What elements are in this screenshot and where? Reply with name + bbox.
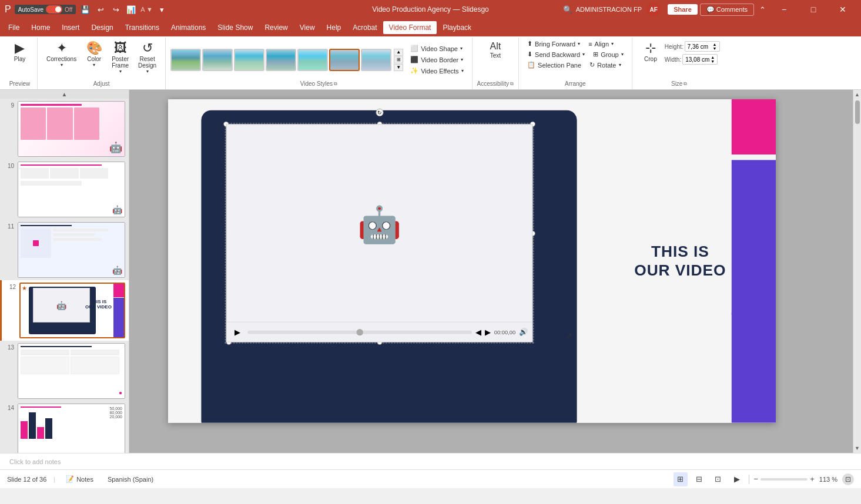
color-dropdown[interactable]: ▾	[93, 62, 95, 68]
video-style-6[interactable]	[329, 49, 360, 71]
presenter-icon[interactable]: 📊	[125, 4, 137, 15]
reading-view-button[interactable]: ⊡	[711, 472, 725, 486]
volume-button[interactable]: 🔊	[518, 328, 527, 336]
menu-review[interactable]: Review	[259, 21, 293, 34]
crop-button[interactable]: ⊹ Crop	[639, 39, 662, 65]
vscroll-thumb[interactable]	[855, 100, 860, 124]
slide-item-10[interactable]: 10 🤖	[0, 159, 129, 220]
slide-item-13[interactable]: 13 ●	[0, 341, 129, 401]
corrections-button[interactable]: ✦ Corrections ▾	[42, 39, 81, 70]
vscroll-up[interactable]: ▲	[854, 91, 860, 98]
width-input[interactable]: 13,08 cm ▲ ▼	[682, 54, 718, 65]
video-style-2[interactable]	[202, 49, 233, 71]
video-styles-expand-icon[interactable]: ⧉	[334, 81, 337, 87]
autosave-toggle[interactable]	[46, 5, 62, 14]
next-frame-btn[interactable]: ▶	[484, 328, 490, 337]
selection-pane-button[interactable]: 📋 Selection Pane	[524, 60, 585, 70]
size-expand-icon[interactable]: ⧉	[684, 81, 687, 87]
customize-icon[interactable]: ▾	[156, 4, 168, 15]
align-dropdown[interactable]: ▾	[611, 41, 614, 46]
slide-item-14[interactable]: 14 50,00080,00020,000	[0, 401, 129, 453]
height-up[interactable]: ▲	[713, 42, 717, 46]
accessibility-expand-icon[interactable]: ⧉	[510, 81, 514, 87]
bring-forward-dropdown[interactable]: ▾	[578, 41, 580, 46]
video-effects-button[interactable]: ✨ Video Effects ▾	[407, 66, 467, 76]
style-scroll-up[interactable]: ▲	[394, 49, 403, 56]
slide-item-11[interactable]: 11 🤖	[0, 220, 129, 280]
bring-forward-button[interactable]: ⬆ Bring Forward ▾	[524, 39, 584, 49]
comments-button[interactable]: 💬 Comments	[700, 4, 754, 16]
menu-slideshow[interactable]: Slide Show	[212, 21, 259, 34]
menu-acrobat[interactable]: Acrobat	[347, 21, 383, 34]
panel-scroll-up[interactable]: ▲	[0, 90, 129, 99]
video-play-button[interactable]: ▶	[231, 325, 244, 339]
video-shape-button[interactable]: ⬜ Video Shape ▾	[407, 43, 467, 53]
language-selector[interactable]: Spanish (Spain)	[104, 474, 157, 485]
normal-view-button[interactable]: ⊞	[674, 472, 688, 486]
send-backward-button[interactable]: ⬇ Send Backward ▾	[524, 49, 588, 59]
video-element[interactable]: ↻ 🤖 ▶	[226, 124, 532, 342]
width-down[interactable]: ▼	[711, 59, 715, 63]
zoom-slider[interactable]	[761, 478, 808, 481]
notes-button[interactable]: 📝 Notes	[62, 473, 97, 485]
video-progress-bar[interactable]	[247, 330, 472, 334]
rotate-handle[interactable]: ↻	[375, 109, 383, 116]
menu-view[interactable]: View	[294, 21, 321, 34]
alt-text-button[interactable]: Alt Text	[484, 39, 507, 62]
menu-design[interactable]: Design	[85, 21, 119, 34]
menu-file[interactable]: File	[2, 21, 25, 34]
height-down[interactable]: ▼	[713, 46, 717, 51]
rotate-dropdown[interactable]: ▾	[619, 62, 621, 68]
save-icon[interactable]: 💾	[79, 4, 91, 15]
vscroll-down[interactable]: ▼	[854, 445, 860, 452]
notes-area[interactable]: Click to add notes	[0, 453, 861, 469]
video-style-5[interactable]	[297, 49, 328, 71]
video-border-dropdown[interactable]: ▾	[461, 57, 463, 62]
ribbon-collapse-icon[interactable]: ⌃	[756, 4, 768, 15]
video-style-7[interactable]	[361, 49, 391, 71]
color-button[interactable]: 🎨 Color ▾	[82, 39, 106, 70]
video-style-1[interactable]	[170, 49, 201, 71]
poster-dropdown[interactable]: ▾	[119, 69, 122, 74]
video-effects-dropdown[interactable]: ▾	[461, 68, 464, 73]
reset-dropdown[interactable]: ▾	[146, 69, 149, 74]
close-button[interactable]: ✕	[829, 0, 856, 19]
menu-animations[interactable]: Animations	[165, 21, 212, 34]
slide-sorter-button[interactable]: ⊟	[692, 472, 706, 486]
width-up[interactable]: ▲	[711, 55, 715, 59]
menu-insert[interactable]: Insert	[56, 21, 85, 34]
slide-item-9[interactable]: 9 🤖	[0, 99, 129, 159]
style-scroll-down[interactable]: ▼	[394, 64, 403, 71]
menu-home[interactable]: Home	[25, 21, 56, 34]
video-style-3[interactable]	[234, 49, 264, 71]
share-button[interactable]: Share	[668, 4, 698, 15]
undo-icon[interactable]: ↩	[95, 4, 106, 15]
height-input[interactable]: 7,36 cm ▲ ▼	[685, 41, 720, 52]
send-backward-dropdown[interactable]: ▾	[582, 52, 585, 57]
slide-item-12[interactable]: 12 🤖 THIS ISOUR VIDEO ★	[0, 280, 129, 341]
menu-playback[interactable]: Playback	[437, 21, 477, 34]
corrections-dropdown[interactable]: ▾	[61, 62, 63, 68]
align-button[interactable]: ≡ Align ▾	[585, 39, 617, 49]
search-icon[interactable]: 🔍	[562, 4, 574, 15]
maximize-button[interactable]: □	[800, 0, 827, 19]
video-progress-thumb[interactable]	[356, 329, 363, 335]
video-style-4[interactable]	[266, 49, 296, 71]
style-scroll-expand[interactable]: ⊞	[394, 56, 403, 63]
poster-frame-button[interactable]: 🖼 Poster Frame ▾	[108, 39, 133, 77]
redo-icon[interactable]: ↪	[110, 4, 122, 15]
video-border-button[interactable]: ⬛ Video Border ▾	[407, 55, 467, 65]
reset-design-button[interactable]: ↺ Reset Design ▾	[134, 39, 160, 77]
zoom-out-icon[interactable]: −	[754, 475, 759, 483]
group-dropdown[interactable]: ▾	[621, 52, 624, 57]
group-button[interactable]: ⊞ Group ▾	[589, 49, 627, 59]
zoom-in-icon[interactable]: +	[810, 475, 815, 483]
rotate-button[interactable]: ↻ Rotate ▾	[586, 60, 624, 70]
slideshow-view-button[interactable]: ▶	[730, 472, 744, 486]
video-shape-dropdown[interactable]: ▾	[460, 46, 463, 51]
menu-transitions[interactable]: Transitions	[119, 21, 165, 34]
menu-help[interactable]: Help	[321, 21, 347, 34]
prev-frame-btn[interactable]: ◀	[475, 328, 481, 337]
play-button[interactable]: ▶ Play	[8, 39, 32, 65]
menu-video-format[interactable]: Video Format	[383, 21, 437, 34]
